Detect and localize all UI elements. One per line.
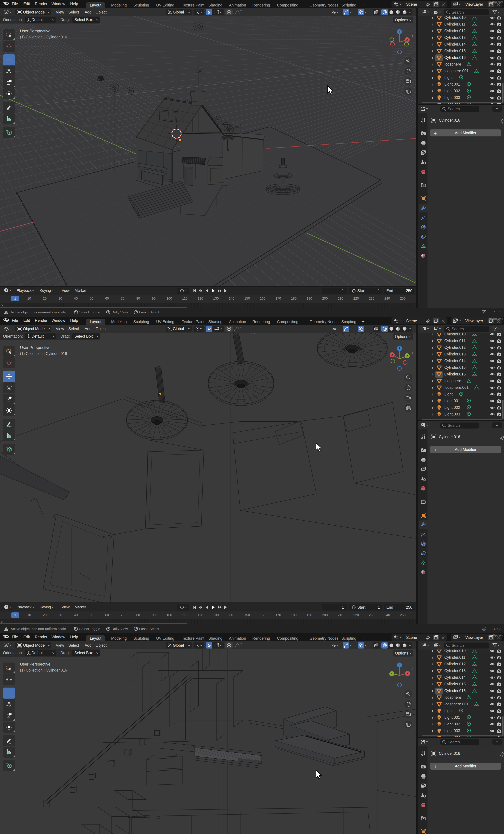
- svg-text:Z: Z: [399, 30, 400, 34]
- svg-text:Y: Y: [406, 354, 408, 357]
- svg-text:Y: Y: [391, 672, 393, 675]
- svg-text:X: X: [391, 353, 393, 356]
- svg-text:Z: Z: [399, 664, 400, 666]
- svg-text:Z: Z: [399, 347, 400, 350]
- svg-text:X: X: [406, 38, 408, 41]
- svg-text:X: X: [407, 672, 409, 675]
